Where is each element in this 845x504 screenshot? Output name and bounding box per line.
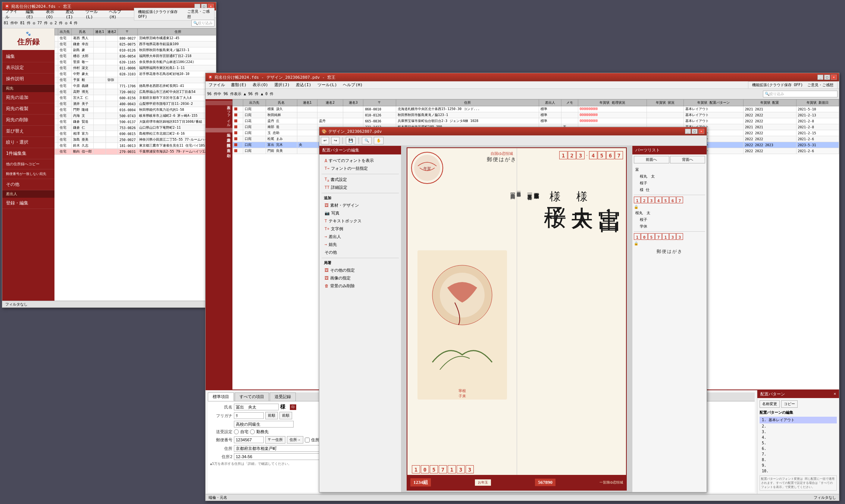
table-row[interactable]: 住宅鎌倉 賢造590-0137大阪府堺市南区錦地区815丁目1608/番組取り引… xyxy=(55,119,216,125)
maximize-btn-large[interactable]: □ xyxy=(824,75,830,80)
table-row[interactable]: 口宛標葉 汲久060-0010北海道札幌市中央区北十条西15-1250-30 コ… xyxy=(233,106,839,112)
design-save-btn[interactable]: 💾 xyxy=(346,137,356,144)
table-row[interactable]: 住宅動向 信一郎279-0031千葉県浦安市海浜2-55 79-ドームハイツ12… xyxy=(55,149,216,155)
table-row[interactable]: 口宛秋田純林010-0126秋田県秋田市飯島東滝ノ脇123-1標準0000000… xyxy=(233,112,839,118)
col-year3-l[interactable]: 年賀状 配置パターン xyxy=(684,100,743,106)
window-controls-large[interactable]: _ □ × xyxy=(817,75,837,80)
panel-tab-file[interactable]: ファイル xyxy=(206,106,232,127)
sidebar-item-add[interactable]: 宛先の追加 xyxy=(2,92,54,103)
addr2-input[interactable] xyxy=(234,453,323,460)
table-row[interactable]: 住宅鎌倉 幸吉025-0075西手地県花巻市鉛温泉109差出人100000000… xyxy=(55,41,216,47)
design-item-bgdelete[interactable]: 🗑 背景のみ削除 xyxy=(322,282,399,290)
search-box-large[interactable]: 🔍 絞り込み xyxy=(763,91,838,97)
sidebar-item-filter[interactable]: 絞り・選択 xyxy=(2,137,54,148)
menu-select-large[interactable]: 選択(J) xyxy=(273,82,291,88)
parts-item-7[interactable]: 学休 xyxy=(634,223,705,230)
design-item-material[interactable]: 🖼 素材・デザイン xyxy=(322,201,399,209)
table-row[interactable]: 住宅鎌倉 仁753-0826山口県山口市下竜野町2-11標準 xyxy=(55,125,216,131)
radio-work[interactable] xyxy=(250,429,255,434)
table-row[interactable]: 住宅菅原 敬一639-1165奈良県奈良市船戸山林道1106(224)標準202… xyxy=(55,59,216,65)
pattern-item-6[interactable]: 6. xyxy=(760,446,837,451)
pattern-item-8[interactable]: 8. xyxy=(760,457,837,463)
table-row[interactable]: 住宅中野 豪太028-3103岩手県花巻市石鳥谷町好地10-10標準2022-7… xyxy=(55,71,216,77)
close-btn-large[interactable]: × xyxy=(831,75,837,80)
pattern-item-1[interactable]: 1. 基本レイアウト xyxy=(760,417,837,423)
design-item-otherset[interactable]: 🖼 その他の指定 xyxy=(322,266,399,274)
copy-btn[interactable]: コピー xyxy=(781,400,798,408)
class-input[interactable] xyxy=(234,421,294,428)
sidebar-item-copyto[interactable]: 他の住所録へコピー xyxy=(2,159,54,169)
table-row[interactable]: 住宅葛西 秀人880-0027宮崎県宮崎市橘通東12-45標準000000000… xyxy=(55,35,216,41)
sidebar-item-zipcheck[interactable]: 郵便番号が一致しない宛先 xyxy=(2,169,54,179)
design-item-format[interactable]: Ta 書式設定 xyxy=(322,176,399,184)
col-year4-l[interactable]: 年賀状 配置 xyxy=(743,100,796,106)
col-output[interactable]: 出力先 xyxy=(58,29,72,35)
design-item-photo[interactable]: 📷 写真 xyxy=(322,209,399,217)
addr-to-zip-btn[interactable]: 住所→ xyxy=(287,436,303,444)
pattern-item-4[interactable]: 4. xyxy=(760,435,837,440)
back-btn[interactable]: 背面へ xyxy=(670,156,705,163)
table-row[interactable]: 口花盃丹 丘盃丹665-0836兵庫県宝塚市泉町仙台朝日台2-3 ジェンタA棟 … xyxy=(233,118,839,124)
col-output-l[interactable]: 出力先 xyxy=(243,100,266,106)
col-name-l[interactable]: 氏名 xyxy=(266,100,297,106)
col-sender-l[interactable]: 差出人 xyxy=(539,100,561,106)
design-item-address[interactable]: → 姐先 xyxy=(322,241,399,248)
parts-item-1[interactable]: 富 xyxy=(634,166,705,173)
table-row[interactable]: 住宅中原 義継771-1706徳島県名西郡石井町長岡1-41標準高校の同級生00… xyxy=(55,83,216,89)
design-zoom-btn[interactable]: 🔍 xyxy=(362,137,372,144)
panel-tab-surface[interactable]: 表面 xyxy=(206,101,232,105)
checkbox-zip1[interactable] xyxy=(305,438,310,442)
col-addr[interactable]: 住所 xyxy=(137,29,216,35)
maximize-btn-design[interactable]: □ xyxy=(692,129,698,134)
panel-tab-instructions[interactable]: 操作説明 xyxy=(206,138,232,143)
table-row[interactable]: 住宅加島 亜美250-0027神奈川県小田原江二丁55-55 77-ルームハイツ… xyxy=(55,137,216,143)
design-item-charex[interactable]: T+ 文字例 xyxy=(322,225,399,233)
menu-tools-left[interactable]: ツール(L) xyxy=(84,9,104,19)
table-row[interactable]: 住宅相澤 富力690-0815島根県松江市北堀江町2-4-16標準 xyxy=(55,131,216,137)
name-change-btn[interactable]: 名称変更 xyxy=(760,400,780,408)
design-item-imgset[interactable]: 🖼 画像の指定 xyxy=(322,274,399,282)
design-redo-btn[interactable]: ↪ xyxy=(331,137,339,144)
design-item-sender[interactable]: → 差出人 xyxy=(322,233,399,241)
col-year1-l[interactable]: 年賀状 処理状況 xyxy=(578,100,647,106)
parts-item-6[interactable]: 桜子 xyxy=(634,216,705,223)
panel-tab-back[interactable]: 裏面 xyxy=(206,144,232,148)
tab-all[interactable]: すべての項目 xyxy=(235,392,269,401)
table-row[interactable]: 住宅鈴木 久志181-0013東京都三鷹市下連雀生見生11 住宅パイ10S標準0… xyxy=(55,143,216,149)
pattern-item-2[interactable]: 2. xyxy=(760,423,837,429)
sidebar-item-display[interactable]: 表示設定 xyxy=(2,62,54,73)
design-item-other[interactable]: その他 xyxy=(322,248,399,256)
col-year2-l[interactable]: 年賀状 状況 xyxy=(647,100,683,106)
table-row[interactable]: 住宅内海 文500-0743岐阜県岐阜市上城町2-6 茅ヶ崎A-155取り引き先… xyxy=(55,113,216,119)
col-name[interactable]: 氏名 xyxy=(72,29,94,35)
prev-btn[interactable]: 前順 xyxy=(265,412,278,419)
table-row[interactable]: 住宅門野 隆雄016-0804秋田県能代市風力近代的1-58取り引き先00000… xyxy=(55,107,216,113)
zip-to-addr-btn[interactable]: 〒一住所 xyxy=(265,436,285,444)
menu-help-large[interactable]: ヘルプ(H) xyxy=(341,82,364,88)
furigana-input[interactable] xyxy=(234,412,264,419)
table-row[interactable]: 住宅予算 毅弥弥 xyxy=(55,77,216,83)
design-undo-btn[interactable]: ↩ xyxy=(321,137,329,144)
search-box-left[interactable]: 🔍 絞り込み xyxy=(191,20,215,26)
parts-item-3[interactable]: 桜子 xyxy=(634,180,705,187)
minimize-btn-design[interactable]: _ xyxy=(685,129,691,134)
name-input[interactable] xyxy=(234,404,279,410)
panel-tab-display[interactable]: 表示設定 xyxy=(206,133,232,138)
design-item-textbox[interactable]: T テキストボックス xyxy=(322,217,399,225)
feedback-label-large[interactable]: ご意見・ご感想 xyxy=(806,82,835,88)
close-btn-design[interactable]: × xyxy=(698,129,704,134)
col-name1-l[interactable]: 連名1 xyxy=(297,100,317,106)
menu-tools-large[interactable]: ツール(L) xyxy=(316,82,339,88)
menu-view-large[interactable]: 表示(O) xyxy=(251,82,270,88)
feedback-label[interactable]: ご意見・ご感想 xyxy=(186,9,212,19)
table-row[interactable]: 住宅宮大工 仁600-8156京都府京都市下京区寺五条丁大入4標準0000000… xyxy=(55,95,216,101)
col-year5-l[interactable]: 年賀状 新規日 xyxy=(796,100,839,106)
sidebar-item-sort[interactable]: 並び替え xyxy=(2,126,54,137)
menu-insert-large[interactable]: 差込(I) xyxy=(294,82,313,88)
col-name2-l[interactable]: 連名2 xyxy=(317,100,343,106)
sidebar-item-instructions[interactable]: 操作説明 xyxy=(2,73,54,85)
window-controls-design[interactable]: _ □ × xyxy=(685,129,704,134)
postcard-main[interactable]: 年賀 自国ゆ恋恒城 郵便はがき 1 2 3 xyxy=(407,147,627,491)
tab-send-recv[interactable]: 送受記録 xyxy=(270,392,296,401)
table-row[interactable]: 住宅酒井 美子400-0043山梨県甲府市国母3丁目11-2034-2取り引き先… xyxy=(55,101,216,107)
